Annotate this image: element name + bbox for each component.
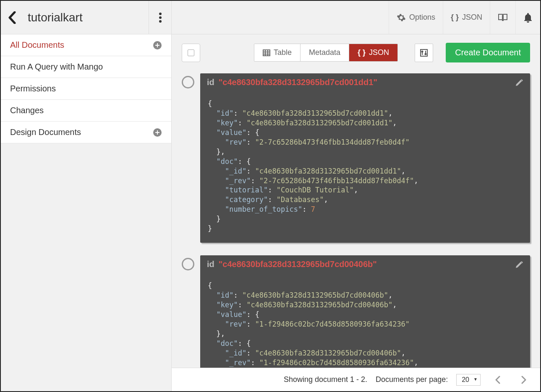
global-json-button[interactable]: { } JSON xyxy=(443,1,490,34)
svg-point-2 xyxy=(159,20,162,23)
document-card: id"c4e8630bfa328d3132965bd7cd00406b"{ "i… xyxy=(200,255,530,368)
per-page-value: 20 xyxy=(462,376,469,383)
sidebar: All DocumentsRun A Query with MangoPermi… xyxy=(1,34,172,391)
create-document-label: Create Document xyxy=(455,48,521,57)
notifications-button[interactable] xyxy=(515,1,540,34)
options-button[interactable]: Options xyxy=(389,1,443,34)
docs-icon-button[interactable] xyxy=(490,1,515,34)
pencil-icon xyxy=(515,260,523,269)
sidebar-item-label: All Documents xyxy=(10,40,64,50)
edit-document-button[interactable] xyxy=(515,78,523,87)
content-area: Table Metadata { } JSON xyxy=(172,34,540,368)
view-toggle-group: Table Metadata { } JSON xyxy=(254,44,398,62)
sidebar-item-all-documents[interactable]: All Documents xyxy=(1,34,171,56)
create-document-button[interactable]: Create Document xyxy=(446,43,530,62)
prev-page-button[interactable] xyxy=(489,376,507,384)
document-card: id"c4e8630bfa328d3132965bd7cd001dd1"{ "i… xyxy=(200,73,530,243)
pencil-icon xyxy=(515,78,523,87)
top-bar: tutorialkart Options { } JSON xyxy=(1,1,540,34)
view-metadata-button[interactable]: Metadata xyxy=(301,44,349,61)
svg-rect-9 xyxy=(263,50,270,56)
database-name: tutorialkart xyxy=(24,11,149,24)
cogs-icon xyxy=(397,13,406,22)
per-page-select[interactable]: 20 ▼ xyxy=(456,374,481,386)
braces-icon: { } xyxy=(451,13,459,22)
sliders-icon xyxy=(420,49,428,57)
sidebar-item-label: Design Documents xyxy=(10,127,81,137)
footer-bar: Showing document 1 - 2. Documents per pa… xyxy=(172,368,540,391)
view-json-button[interactable]: { } JSON xyxy=(349,44,397,61)
document-row: id"c4e8630bfa328d3132965bd7cd001dd1"{ "i… xyxy=(182,73,530,243)
sidebar-item-label: Run A Query with Mango xyxy=(10,62,103,72)
braces-icon: { } xyxy=(358,48,366,57)
document-select-radio[interactable] xyxy=(182,258,194,270)
document-id-value: "c4e8630bfa328d3132965bd7cd001dd1" xyxy=(219,78,377,87)
sidebar-item-run-a-query-with-mango[interactable]: Run A Query with Mango xyxy=(1,56,171,78)
document-select-radio[interactable] xyxy=(182,76,194,88)
svg-rect-14 xyxy=(421,49,427,56)
sidebar-item-design-documents[interactable]: Design Documents xyxy=(1,122,171,143)
query-options-button[interactable] xyxy=(415,44,433,62)
chevron-down-icon: ▼ xyxy=(473,377,478,382)
document-id-label: id xyxy=(207,260,214,269)
table-icon xyxy=(263,49,270,56)
document-id-value: "c4e8630bfa328d3132965bd7cd00406b" xyxy=(219,260,377,269)
select-all-checkbox[interactable] xyxy=(182,44,200,62)
sidebar-item-permissions[interactable]: Permissions xyxy=(1,78,171,100)
svg-point-16 xyxy=(422,51,423,52)
showing-text: Showing document 1 - 2. xyxy=(284,375,367,384)
view-metadata-label: Metadata xyxy=(309,48,340,57)
document-json-body: { "id": "c4e8630bfa328d3132965bd7cd00406… xyxy=(200,273,530,368)
plus-circle-icon[interactable] xyxy=(153,128,162,137)
svg-point-0 xyxy=(159,13,162,15)
view-table-label: Table xyxy=(274,48,292,57)
db-menu-button[interactable] xyxy=(149,1,171,34)
document-row: id"c4e8630bfa328d3132965bd7cd00406b"{ "i… xyxy=(182,255,530,368)
svg-point-18 xyxy=(425,53,426,55)
sidebar-item-label: Permissions xyxy=(10,84,56,93)
view-json-label: JSON xyxy=(369,48,389,57)
document-json-body: { "id": "c4e8630bfa328d3132965bd7cd001dd… xyxy=(200,91,530,243)
back-button[interactable] xyxy=(1,1,24,34)
edit-document-button[interactable] xyxy=(515,260,523,269)
book-icon xyxy=(498,13,508,22)
sidebar-item-label: Changes xyxy=(10,106,44,115)
global-json-label: JSON xyxy=(462,13,482,22)
view-table-button[interactable]: Table xyxy=(254,44,301,61)
sidebar-item-changes[interactable]: Changes xyxy=(1,100,171,122)
plus-circle-icon[interactable] xyxy=(153,41,162,50)
document-id-label: id xyxy=(207,78,214,87)
per-page-label: Documents per page: xyxy=(376,375,448,384)
bell-icon xyxy=(523,13,533,23)
options-label: Options xyxy=(409,13,435,22)
svg-point-1 xyxy=(159,16,162,19)
next-page-button[interactable] xyxy=(515,376,533,384)
